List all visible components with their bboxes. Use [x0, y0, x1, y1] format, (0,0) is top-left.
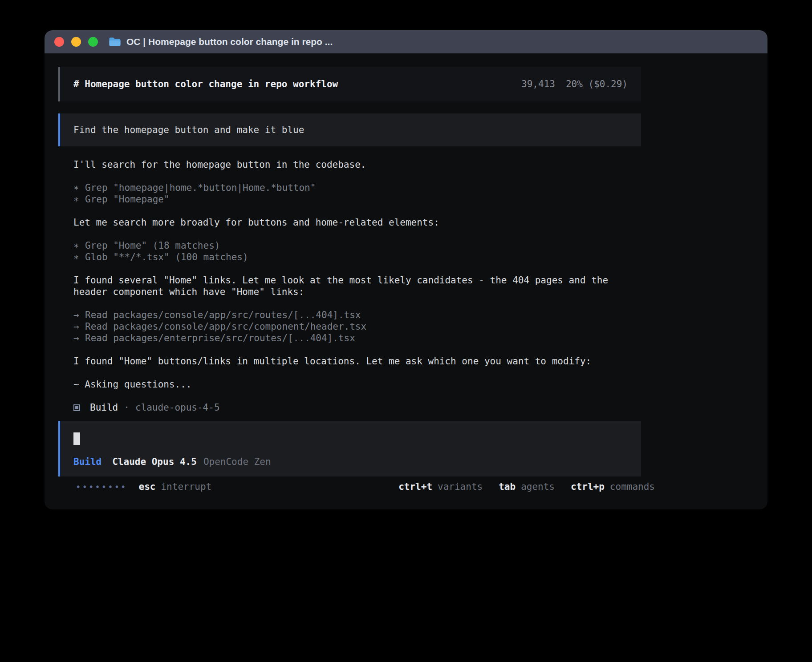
esc-key-label: interrupt	[161, 481, 211, 492]
context-percent-cost: 20% ($0.29)	[566, 79, 628, 89]
assistant-text-candidates: I found several "Home" links. Let me loo…	[73, 274, 641, 298]
close-button[interactable]	[54, 37, 64, 47]
shortcut-key: ctrl+t	[398, 481, 432, 492]
session-content: # Homepage button color change in repo w…	[58, 67, 641, 492]
badge-separator: ·	[124, 402, 130, 413]
agent-model: claude-opus-4-5	[135, 402, 220, 413]
shortcut-commands: ctrl+p commands	[571, 481, 655, 492]
agent-name: Build	[90, 402, 118, 413]
build-agent-icon	[73, 404, 80, 411]
read-arrow-icon: →	[73, 321, 85, 332]
window-title: OC | Homepage button color change in rep…	[126, 36, 333, 47]
token-count: 39,413	[521, 79, 555, 89]
shortcut-label: agents	[521, 481, 555, 492]
shortcut-key: tab	[499, 481, 516, 492]
tool-call: ∗Grep "Homepage"	[73, 194, 641, 205]
tool-call-text: Read packages/console/app/src/component/…	[85, 321, 366, 332]
status-bar: •••••••• esc interrupt ctrl+t variants t…	[72, 481, 655, 492]
shortcut-label: variants	[438, 481, 483, 492]
spinner-dots-icon: ••••••••	[76, 481, 127, 492]
shortcut-agents: tab agents	[499, 481, 555, 492]
terminal-content[interactable]: # Homepage button color change in repo w…	[45, 53, 767, 492]
titlebar[interactable]: OC | Homepage button color change in rep…	[45, 30, 767, 53]
status-bar-right: ctrl+t variants tab agents ctrl+p comman…	[382, 481, 655, 492]
agent-badge: Build · claude-opus-4-5	[73, 402, 641, 413]
folder-icon	[109, 37, 121, 47]
model-name: Claude Opus 4.5	[112, 456, 197, 468]
session-header: # Homepage button color change in repo w…	[58, 67, 641, 101]
tool-call: →Read packages/console/app/src/routes/[.…	[73, 309, 641, 321]
tool-bullet-icon: ∗	[73, 194, 85, 205]
read-arrow-icon: →	[73, 332, 85, 344]
assistant-text-intro: I'll search for the homepage button in t…	[73, 159, 641, 170]
agent-mode-selector[interactable]: Build	[73, 456, 102, 468]
tool-call-text: Read packages/enterprise/src/routes/[...…	[85, 333, 355, 343]
tool-bullet-icon: ∗	[73, 251, 85, 263]
shortcut-label: commands	[610, 481, 655, 492]
tool-bullet-icon: ∗	[73, 182, 85, 194]
terminal-window: OC | Homepage button color change in rep…	[45, 30, 767, 509]
session-title: # Homepage button color change in repo w…	[73, 79, 338, 89]
user-message: Find the homepage button and make it blu…	[58, 113, 641, 146]
tool-call-text: Grep "Homepage"	[85, 194, 170, 205]
assistant-text-broaden: Let me search more broadly for buttons a…	[73, 217, 641, 228]
shortcut-key: ctrl+p	[571, 481, 605, 492]
status-line: ~ Asking questions...	[73, 379, 641, 390]
tool-call: ∗Grep "Home" (18 matches)	[73, 240, 641, 251]
tool-call-group-3: →Read packages/console/app/src/routes/[.…	[73, 309, 641, 344]
tool-call: →Read packages/enterprise/src/routes/[..…	[73, 332, 641, 344]
esc-key-hint: esc	[139, 481, 156, 492]
session-stats: 39,41320% ($0.29)	[521, 79, 628, 89]
input-meta: Build Claude Opus 4.5 OpenCode Zen	[73, 456, 628, 468]
tool-call: ∗Grep "homepage|home.*button|Home.*butto…	[73, 182, 641, 194]
shortcut-variants: ctrl+t variants	[398, 481, 483, 492]
tool-call: ∗Glob "**/*.tsx" (100 matches)	[73, 251, 641, 263]
minimize-button[interactable]	[71, 37, 81, 47]
tool-call-group-2: ∗Grep "Home" (18 matches) ∗Glob "**/*.ts…	[73, 240, 641, 263]
text-cursor	[73, 432, 80, 445]
tool-call: →Read packages/console/app/src/component…	[73, 321, 641, 332]
status-bar-left: •••••••• esc interrupt	[72, 481, 211, 492]
tool-call-text: Grep "homepage|home.*button|Home.*button…	[85, 182, 316, 193]
tool-call-group-1: ∗Grep "homepage|home.*button|Home.*butto…	[73, 182, 641, 205]
tool-call-text: Grep "Home" (18 matches)	[85, 240, 220, 251]
user-message-text: Find the homepage button and make it blu…	[73, 125, 304, 135]
prompt-input[interactable]: Build Claude Opus 4.5 OpenCode Zen	[58, 421, 641, 476]
read-arrow-icon: →	[73, 309, 85, 321]
provider-name: OpenCode Zen	[203, 456, 271, 468]
tool-call-text: Read packages/console/app/src/routes/[..…	[85, 310, 361, 320]
tool-bullet-icon: ∗	[73, 240, 85, 251]
tool-call-text: Glob "**/*.tsx" (100 matches)	[85, 252, 248, 262]
zoom-button[interactable]	[88, 37, 98, 47]
assistant-text-ask: I found "Home" buttons/links in multiple…	[73, 355, 641, 367]
